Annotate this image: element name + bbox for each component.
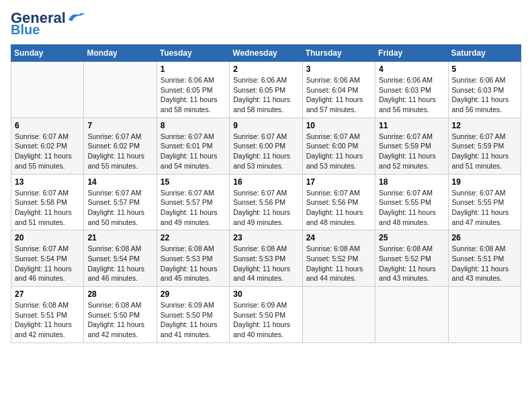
calendar-cell: 2 Sunrise: 6:06 AM Sunset: 6:05 PM Dayli… (230, 62, 302, 118)
calendar-cell: 6 Sunrise: 6:07 AM Sunset: 6:02 PM Dayli… (11, 118, 84, 174)
calendar-cell: 22 Sunrise: 6:08 AM Sunset: 5:53 PM Dayl… (157, 230, 229, 287)
sunset-text: Sunset: 5:54 PM (87, 255, 140, 263)
day-detail: Sunrise: 6:07 AM Sunset: 5:59 PM Dayligh… (452, 132, 517, 171)
page-header: General Blue (11, 11, 521, 36)
sunset-text: Sunset: 5:57 PM (161, 198, 213, 206)
sunrise-text: Sunrise: 6:07 AM (161, 132, 214, 140)
weekday-header-tuesday: Tuesday (157, 45, 229, 62)
day-detail: Sunrise: 6:08 AM Sunset: 5:51 PM Dayligh… (452, 244, 517, 283)
sunrise-text: Sunrise: 6:07 AM (306, 189, 360, 197)
weekday-header-thursday: Thursday (302, 45, 375, 62)
sunset-text: Sunset: 5:50 PM (233, 311, 285, 319)
daylight-text: Daylight: 11 hours and 58 minutes. (161, 95, 218, 113)
sunset-text: Sunset: 6:03 PM (452, 86, 504, 94)
day-detail: Sunrise: 6:06 AM Sunset: 6:03 PM Dayligh… (379, 75, 444, 115)
logo-bird-icon (67, 11, 86, 23)
calendar-cell: 1 Sunrise: 6:06 AM Sunset: 6:05 PM Dayli… (157, 62, 229, 118)
daylight-text: Daylight: 11 hours and 56 minutes. (452, 95, 509, 113)
sunrise-text: Sunrise: 6:07 AM (87, 189, 141, 197)
day-detail: Sunrise: 6:08 AM Sunset: 5:54 PM Dayligh… (87, 244, 152, 283)
daylight-text: Daylight: 11 hours and 56 minutes. (379, 95, 436, 113)
day-detail: Sunrise: 6:06 AM Sunset: 6:05 PM Dayligh… (161, 75, 226, 115)
daylight-text: Daylight: 11 hours and 44 minutes. (233, 265, 290, 283)
day-detail: Sunrise: 6:07 AM Sunset: 5:55 PM Dayligh… (379, 188, 444, 228)
sunset-text: Sunset: 5:55 PM (379, 198, 431, 206)
sunrise-text: Sunrise: 6:07 AM (452, 189, 506, 197)
sunset-text: Sunset: 5:57 PM (87, 198, 140, 206)
sunrise-text: Sunrise: 6:07 AM (233, 132, 287, 140)
daylight-text: Daylight: 11 hours and 47 minutes. (452, 208, 509, 226)
calendar-cell: 10 Sunrise: 6:07 AM Sunset: 6:00 PM Dayl… (302, 118, 375, 174)
day-number: 1 (161, 64, 226, 74)
sunrise-text: Sunrise: 6:09 AM (233, 301, 287, 309)
day-number: 15 (161, 177, 226, 187)
daylight-text: Daylight: 11 hours and 53 minutes. (306, 152, 363, 170)
sunrise-text: Sunrise: 6:06 AM (452, 76, 506, 84)
calendar-cell: 5 Sunrise: 6:06 AM Sunset: 6:03 PM Dayli… (448, 62, 521, 118)
daylight-text: Daylight: 11 hours and 49 minutes. (161, 208, 218, 226)
sunrise-text: Sunrise: 6:08 AM (87, 301, 141, 309)
day-number: 9 (233, 121, 298, 130)
day-number: 5 (452, 64, 517, 74)
day-number: 24 (306, 233, 371, 242)
sunset-text: Sunset: 6:03 PM (379, 86, 431, 94)
day-detail: Sunrise: 6:08 AM Sunset: 5:51 PM Dayligh… (15, 300, 80, 340)
sunset-text: Sunset: 5:51 PM (15, 311, 67, 319)
sunset-text: Sunset: 5:56 PM (306, 198, 359, 206)
day-number: 23 (233, 233, 298, 242)
daylight-text: Daylight: 11 hours and 48 minutes. (379, 208, 436, 226)
calendar-table: SundayMondayTuesdayWednesdayThursdayFrid… (11, 44, 521, 343)
daylight-text: Daylight: 11 hours and 41 minutes. (161, 320, 218, 338)
daylight-text: Daylight: 11 hours and 43 minutes. (452, 265, 509, 283)
calendar-cell: 11 Sunrise: 6:07 AM Sunset: 5:59 PM Dayl… (375, 118, 448, 174)
sunrise-text: Sunrise: 6:07 AM (161, 189, 214, 197)
calendar-cell: 21 Sunrise: 6:08 AM Sunset: 5:54 PM Dayl… (84, 230, 157, 287)
day-number: 26 (452, 233, 517, 242)
sunrise-text: Sunrise: 6:06 AM (379, 76, 433, 84)
day-detail: Sunrise: 6:07 AM Sunset: 6:02 PM Dayligh… (15, 132, 80, 171)
day-detail: Sunrise: 6:07 AM Sunset: 6:00 PM Dayligh… (306, 132, 371, 171)
sunrise-text: Sunrise: 6:08 AM (452, 244, 506, 253)
sunrise-text: Sunrise: 6:08 AM (379, 244, 433, 253)
calendar-cell: 13 Sunrise: 6:07 AM Sunset: 5:58 PM Dayl… (11, 174, 84, 230)
daylight-text: Daylight: 11 hours and 48 minutes. (306, 208, 363, 226)
calendar-cell: 19 Sunrise: 6:07 AM Sunset: 5:55 PM Dayl… (448, 174, 521, 230)
sunset-text: Sunset: 5:52 PM (379, 255, 431, 263)
calendar-week-row: 20 Sunrise: 6:07 AM Sunset: 5:54 PM Dayl… (11, 230, 521, 287)
day-detail: Sunrise: 6:09 AM Sunset: 5:50 PM Dayligh… (233, 300, 298, 340)
day-number: 14 (87, 177, 152, 187)
sunrise-text: Sunrise: 6:08 AM (306, 244, 360, 253)
sunset-text: Sunset: 6:00 PM (233, 142, 285, 150)
day-detail: Sunrise: 6:07 AM Sunset: 5:58 PM Dayligh… (15, 188, 80, 228)
daylight-text: Daylight: 11 hours and 52 minutes. (379, 152, 436, 170)
day-detail: Sunrise: 6:09 AM Sunset: 5:50 PM Dayligh… (161, 300, 226, 340)
calendar-cell: 15 Sunrise: 6:07 AM Sunset: 5:57 PM Dayl… (157, 174, 229, 230)
calendar-cell (11, 62, 84, 118)
sunset-text: Sunset: 5:58 PM (15, 198, 67, 206)
sunset-text: Sunset: 5:50 PM (87, 311, 140, 319)
calendar-cell: 16 Sunrise: 6:07 AM Sunset: 5:56 PM Dayl… (230, 174, 302, 230)
day-number: 12 (452, 121, 517, 130)
day-detail: Sunrise: 6:07 AM Sunset: 5:57 PM Dayligh… (87, 188, 152, 228)
day-detail: Sunrise: 6:06 AM Sunset: 6:03 PM Dayligh… (452, 75, 517, 115)
day-detail: Sunrise: 6:06 AM Sunset: 6:05 PM Dayligh… (233, 75, 298, 115)
sunset-text: Sunset: 5:56 PM (233, 198, 285, 206)
day-number: 25 (379, 233, 444, 242)
sunrise-text: Sunrise: 6:08 AM (233, 244, 287, 253)
calendar-cell: 20 Sunrise: 6:07 AM Sunset: 5:54 PM Dayl… (11, 230, 84, 287)
day-number: 20 (15, 233, 80, 242)
daylight-text: Daylight: 11 hours and 55 minutes. (87, 152, 144, 170)
day-detail: Sunrise: 6:07 AM Sunset: 6:02 PM Dayligh… (87, 132, 152, 171)
day-number: 29 (161, 289, 226, 299)
day-number: 13 (15, 177, 80, 187)
sunset-text: Sunset: 5:59 PM (379, 142, 431, 150)
sunrise-text: Sunrise: 6:09 AM (161, 301, 214, 309)
calendar-week-row: 1 Sunrise: 6:06 AM Sunset: 6:05 PM Dayli… (11, 62, 521, 118)
weekday-header-sunday: Sunday (11, 45, 84, 62)
weekday-header-friday: Friday (375, 45, 448, 62)
sunrise-text: Sunrise: 6:06 AM (233, 76, 287, 84)
sunrise-text: Sunrise: 6:08 AM (161, 244, 214, 253)
day-number: 10 (306, 121, 371, 130)
sunrise-text: Sunrise: 6:07 AM (15, 244, 69, 253)
weekday-header-monday: Monday (84, 45, 157, 62)
